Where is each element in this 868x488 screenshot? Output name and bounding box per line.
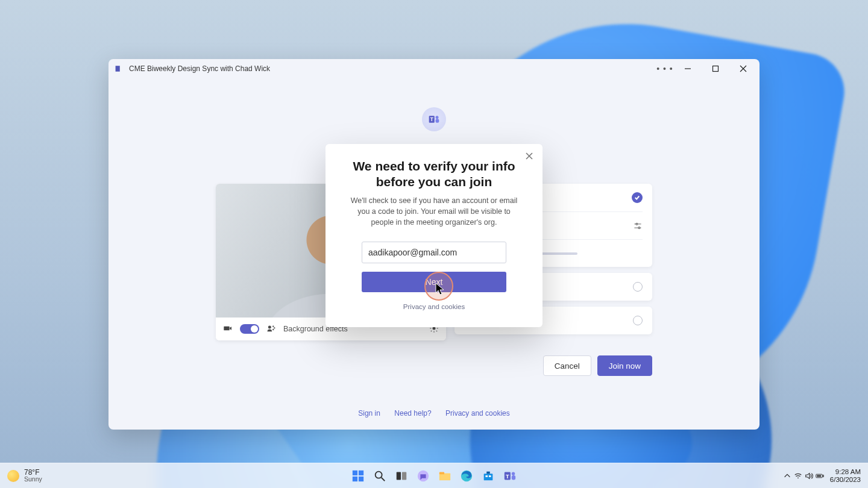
svg-point-10: [274, 327, 275, 328]
privacy-link[interactable]: Privacy and cookies: [445, 409, 510, 418]
window-content: T Microsoft Teams meeting Background eff…: [108, 78, 760, 430]
titlebar: CME Biweekly Design Sync with Chad Wick …: [108, 59, 760, 78]
svg-rect-41: [817, 475, 821, 477]
svg-rect-25: [397, 472, 401, 480]
window-title: CME Biweekly Design Sync with Chad Wick: [129, 64, 270, 73]
battery-icon: [816, 472, 824, 480]
file-explorer-button[interactable]: [437, 468, 453, 484]
svg-rect-34: [489, 475, 491, 477]
dialog-heading: We need to verify your infobefore you ca…: [353, 158, 515, 189]
teams-taskbar-button[interactable]: T: [502, 468, 518, 484]
volume-icon: [805, 472, 813, 480]
svg-rect-32: [486, 471, 490, 474]
minimize-button[interactable]: [674, 59, 702, 78]
teams-prejoin-window: CME Biweekly Design Sync with Chad Wick …: [108, 59, 760, 430]
chevron-up-icon: [783, 472, 791, 480]
svg-rect-19: [353, 470, 357, 475]
teams-app-icon: [115, 64, 124, 74]
sign-in-link[interactable]: Sign in: [358, 409, 380, 418]
verify-info-dialog: We need to verify your infobefore you ca…: [326, 144, 542, 327]
start-button[interactable]: [350, 468, 366, 484]
check-icon: [632, 192, 643, 203]
taskbar: 78°F Sunny T 9:28 AM 6/30/2023: [0, 463, 868, 488]
svg-rect-20: [359, 470, 363, 475]
svg-rect-29: [439, 472, 444, 474]
clock-date: 6/30/2023: [830, 476, 861, 484]
taskbar-center: T: [350, 468, 518, 484]
weather-widget[interactable]: 78°F Sunny: [7, 469, 42, 483]
svg-rect-31: [484, 474, 493, 480]
taskbar-clock[interactable]: 9:28 AM 6/30/2023: [830, 468, 861, 483]
radio-unselected-icon: [633, 316, 643, 325]
close-dialog-button[interactable]: [523, 150, 535, 162]
chat-button[interactable]: [415, 468, 431, 484]
svg-point-37: [512, 472, 515, 475]
svg-text:T: T: [506, 473, 509, 479]
task-view-button[interactable]: [394, 468, 409, 484]
svg-point-8: [268, 326, 271, 328]
weather-condition: Sunny: [24, 476, 42, 483]
svg-point-6: [436, 116, 439, 119]
camera-icon: [223, 324, 233, 335]
email-input[interactable]: [362, 242, 506, 263]
clock-time: 9:28 AM: [830, 468, 861, 476]
svg-rect-38: [512, 475, 515, 480]
need-help-link[interactable]: Need help?: [394, 409, 431, 418]
wifi-icon: [794, 472, 802, 480]
svg-point-23: [376, 471, 382, 478]
teams-logo-icon: T: [422, 107, 446, 131]
svg-rect-22: [359, 476, 363, 481]
dialog-subtext: We'll check to see if you have an accoun…: [350, 195, 518, 228]
svg-point-11: [273, 329, 274, 330]
svg-rect-7: [436, 119, 439, 123]
svg-rect-1: [713, 66, 719, 72]
footer-links: Sign in Need help? Privacy and cookies: [108, 409, 760, 418]
sliders-icon: [633, 221, 643, 231]
svg-rect-26: [402, 472, 406, 480]
store-button[interactable]: [480, 468, 496, 484]
radio-unselected-icon: [633, 282, 643, 292]
edge-button[interactable]: [459, 468, 474, 484]
svg-rect-21: [353, 476, 357, 481]
background-effects-icon: [266, 324, 276, 335]
camera-toggle[interactable]: [240, 324, 259, 334]
system-tray[interactable]: [783, 472, 824, 480]
svg-point-9: [273, 326, 274, 327]
svg-rect-40: [823, 475, 823, 477]
join-now-button[interactable]: Join now: [597, 355, 652, 376]
svg-rect-33: [485, 475, 488, 477]
cancel-button[interactable]: Cancel: [543, 355, 591, 376]
more-options-button[interactable]: • • •: [656, 64, 674, 74]
cursor-icon: [435, 283, 445, 296]
sun-icon: [7, 470, 19, 482]
svg-line-24: [382, 477, 385, 481]
maximize-button[interactable]: [702, 59, 729, 78]
dialog-privacy-link[interactable]: Privacy and cookies: [403, 303, 465, 310]
svg-point-12: [433, 327, 435, 330]
search-button[interactable]: [372, 468, 388, 484]
close-window-button[interactable]: [729, 59, 757, 78]
svg-text:T: T: [430, 116, 433, 122]
